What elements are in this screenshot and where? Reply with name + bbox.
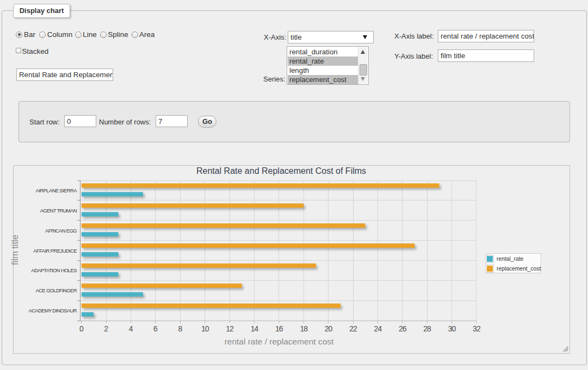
svg-text:ACADEMY DINOSAUR: ACADEMY DINOSAUR <box>29 308 77 313</box>
svg-text:ACE GOLDFINGER: ACE GOLDFINGER <box>36 287 77 293</box>
svg-text:ADAPTATION HOLES: ADAPTATION HOLES <box>31 267 77 273</box>
svg-text:22: 22 <box>349 324 357 333</box>
svg-text:replacement_cost: replacement_cost <box>497 266 541 272</box>
svg-text:8: 8 <box>178 324 182 333</box>
svg-text:28: 28 <box>423 324 431 333</box>
svg-text:30: 30 <box>448 324 456 333</box>
svg-text:24: 24 <box>374 324 382 333</box>
svg-text:rental rate / replacement cost: rental rate / replacement cost <box>225 337 334 346</box>
svg-text:film title: film title <box>10 235 20 265</box>
svg-text:4: 4 <box>129 324 133 333</box>
svg-text:26: 26 <box>399 324 407 333</box>
svg-text:14: 14 <box>251 324 259 333</box>
svg-text:Rental Rate and Replacement Co: Rental Rate and Replacement Cost of Film… <box>196 166 366 175</box>
svg-text:0: 0 <box>79 324 84 333</box>
svg-text:10: 10 <box>201 324 209 333</box>
svg-text:6: 6 <box>153 324 158 333</box>
svg-text:20: 20 <box>325 324 333 333</box>
svg-text:AFFAIR PREJUDICE: AFFAIR PREJUDICE <box>33 248 77 254</box>
svg-text:rental_rate: rental_rate <box>497 256 524 262</box>
svg-text:18: 18 <box>300 324 308 333</box>
svg-text:12: 12 <box>226 324 234 333</box>
svg-text:16: 16 <box>275 324 283 333</box>
svg-text:AIRPLANE SIERRA: AIRPLANE SIERRA <box>36 187 78 193</box>
svg-text:AGENT TRUMAN: AGENT TRUMAN <box>40 208 77 214</box>
svg-text:32: 32 <box>473 324 481 333</box>
svg-text:2: 2 <box>104 324 108 333</box>
svg-text:AFRICAN EGG: AFRICAN EGG <box>45 228 77 234</box>
